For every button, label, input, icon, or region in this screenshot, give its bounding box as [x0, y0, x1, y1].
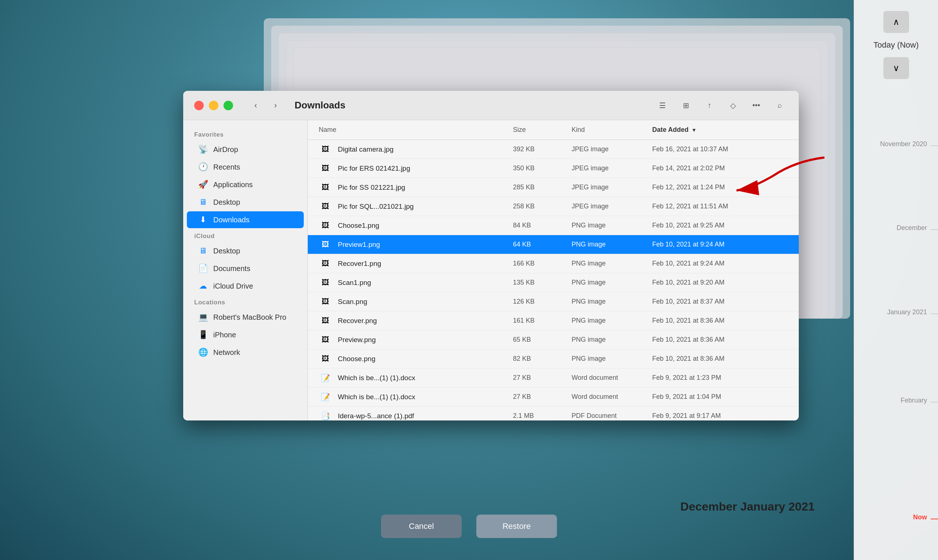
timeline-down-button[interactable]: ∨ [883, 57, 909, 79]
file-size: 82 KB [513, 355, 571, 363]
file-name: Scan1.png [338, 279, 513, 287]
sidebar-item-macbook[interactable]: 💻 Robert's MacBook Pro [187, 309, 304, 326]
file-size: 392 KB [513, 145, 571, 153]
file-kind: PNG image [571, 260, 652, 268]
file-size: 135 KB [513, 279, 571, 286]
more-button[interactable]: ••• [748, 99, 764, 112]
table-row[interactable]: 📝 Which is be...(1) (1).docx 27 KB Word … [308, 368, 799, 388]
search-button[interactable]: ⌕ [772, 99, 788, 112]
file-kind: JPEG image [571, 165, 652, 172]
sidebar-item-downloads[interactable]: ⬇ Downloads [187, 211, 304, 228]
file-name: Idera-wp-5...ance (1).pdf [338, 412, 513, 420]
timeline-labels: November 2020 December January 2021 Febr… [854, 94, 938, 560]
file-size: 126 KB [513, 298, 571, 305]
grid-view-button[interactable]: ⊞ [678, 99, 694, 112]
desktop-icon: 🖥 [198, 197, 208, 207]
window-title: Downloads [294, 100, 345, 111]
sidebar-item-icloud-drive[interactable]: ☁ iCloud Drive [187, 278, 304, 294]
finder-sidebar: Favorites 📡 AirDrop 🕐 Recents 🚀 Applicat… [183, 120, 308, 420]
sidebar-item-network[interactable]: 🌐 Network [187, 344, 304, 361]
table-row[interactable]: 🖼 Digital camera.jpg 392 KB JPEG image F… [308, 140, 799, 159]
file-kind: PNG image [571, 336, 652, 343]
table-row[interactable]: 🖼 Preview.png 65 KB PNG image Feb 10, 20… [308, 330, 799, 349]
file-name: Which is be...(1) (1).docx [338, 393, 513, 401]
applications-icon: 🚀 [198, 180, 208, 189]
file-kind: PNG image [571, 279, 652, 286]
table-row[interactable]: 📝 Which is be...(1) (1).docx 27 KB Word … [308, 388, 799, 406]
column-date-header[interactable]: Date Added ▼ [652, 126, 788, 134]
list-view-button[interactable]: ☰ [655, 99, 670, 112]
file-kind: PNG image [571, 222, 652, 229]
restore-button[interactable]: Restore [476, 515, 557, 538]
sidebar-item-applications[interactable]: 🚀 Applications [187, 176, 304, 193]
sidebar-item-desktop[interactable]: 🖥 Desktop [187, 194, 304, 211]
file-date: Feb 10, 2021 at 9:24 AM [652, 241, 788, 248]
close-button[interactable] [194, 101, 204, 110]
iphone-icon: 📱 [198, 330, 208, 340]
icloud-desktop-icon: 🖥 [198, 246, 208, 255]
column-name-header[interactable]: Name [319, 126, 513, 134]
forward-button[interactable]: › [268, 99, 283, 112]
cancel-button[interactable]: Cancel [381, 515, 462, 538]
minimize-button[interactable] [209, 101, 219, 110]
table-row[interactable]: 🖼 Pic for SS 021221.jpg 285 KB JPEG imag… [308, 178, 799, 197]
file-name: Pic for SS 021221.jpg [338, 183, 513, 192]
file-size: 166 KB [513, 260, 571, 268]
maximize-button[interactable] [223, 101, 233, 110]
table-row[interactable]: 🖼 Recover1.png 166 KB PNG image Feb 10, … [308, 254, 799, 273]
file-kind: PDF Document [571, 412, 652, 420]
file-size: 65 KB [513, 336, 571, 343]
file-type-icon: 📑 [319, 409, 332, 421]
file-kind: PNG image [571, 355, 652, 363]
calendar-display: December January 2021 [652, 490, 843, 523]
file-kind: JPEG image [571, 183, 652, 191]
back-button[interactable]: ‹ [248, 99, 264, 112]
sidebar-item-icloud-desktop[interactable]: 🖥 Desktop [187, 243, 304, 259]
traffic-lights [194, 101, 233, 110]
table-row[interactable]: 🖼 Pic for SQL...021021.jpg 258 KB JPEG i… [308, 197, 799, 216]
red-arrow [729, 154, 832, 198]
sidebar-airdrop-label: AirDrop [213, 145, 238, 154]
tag-button[interactable]: ◇ [725, 99, 741, 112]
sidebar-desktop-label: Desktop [213, 198, 240, 206]
timeline-up-button[interactable]: ∧ [883, 11, 909, 33]
table-row[interactable]: 🖼 Choose1.png 84 KB PNG image Feb 10, 20… [308, 216, 799, 235]
file-date: Feb 9, 2021 at 9:17 AM [652, 412, 788, 420]
filelist-rows: 🖼 Digital camera.jpg 392 KB JPEG image F… [308, 140, 799, 420]
sidebar-item-recents[interactable]: 🕐 Recents [187, 158, 304, 175]
file-name: Pic for SQL...021021.jpg [338, 203, 513, 211]
column-kind-header[interactable]: Kind [571, 126, 652, 134]
share-button[interactable]: ↑ [701, 99, 718, 112]
file-size: 64 KB [513, 241, 571, 248]
sidebar-item-documents[interactable]: 📄 Documents [187, 260, 304, 277]
table-row[interactable]: 🖼 Recover.png 161 KB PNG image Feb 10, 2… [308, 311, 799, 330]
favorites-label: Favorites [183, 128, 307, 140]
table-row[interactable]: 🖼 Scan1.png 135 KB PNG image Feb 10, 202… [308, 273, 799, 292]
file-name: Which is be...(1) (1).docx [338, 374, 513, 382]
file-kind: PNG image [571, 241, 652, 248]
file-size: 350 KB [513, 165, 571, 172]
file-type-icon: 🖼 [319, 162, 332, 175]
calendar-text: December January 2021 [681, 500, 815, 513]
recents-icon: 🕐 [198, 162, 208, 172]
file-date: Feb 10, 2021 at 9:20 AM [652, 279, 788, 286]
file-kind: JPEG image [571, 145, 652, 153]
sidebar-item-airdrop[interactable]: 📡 AirDrop [187, 141, 304, 158]
file-name: Pic for ERS 021421.jpg [338, 165, 513, 172]
table-row[interactable]: 🖼 Scan.png 126 KB PNG image Feb 10, 2021… [308, 292, 799, 311]
column-size-header[interactable]: Size [513, 126, 571, 134]
sidebar-item-iphone[interactable]: 📱 iPhone [187, 326, 304, 343]
sidebar-icloud-drive-label: iCloud Drive [213, 282, 253, 291]
table-row[interactable]: 📑 Idera-wp-5...ance (1).pdf 2.1 MB PDF D… [308, 406, 799, 420]
file-size: 27 KB [513, 374, 571, 382]
table-row[interactable]: 🖼 Preview1.png 64 KB PNG image Feb 10, 2… [308, 235, 799, 254]
file-date: Feb 16, 2021 at 10:37 AM [652, 145, 788, 153]
file-type-icon: 🖼 [319, 333, 332, 346]
table-row[interactable]: 🖼 Choose.png 82 KB PNG image Feb 10, 202… [308, 349, 799, 368]
sidebar-recents-label: Recents [213, 163, 240, 171]
table-row[interactable]: 🖼 Pic for ERS 021421.jpg 350 KB JPEG ima… [308, 159, 799, 178]
finder-filelist: Name Size Kind Date Added ▼ 🖼 Digital ca… [308, 120, 799, 420]
file-type-icon: 🖼 [319, 276, 332, 289]
file-size: 27 KB [513, 393, 571, 401]
file-date: Feb 10, 2021 at 8:37 AM [652, 298, 788, 305]
